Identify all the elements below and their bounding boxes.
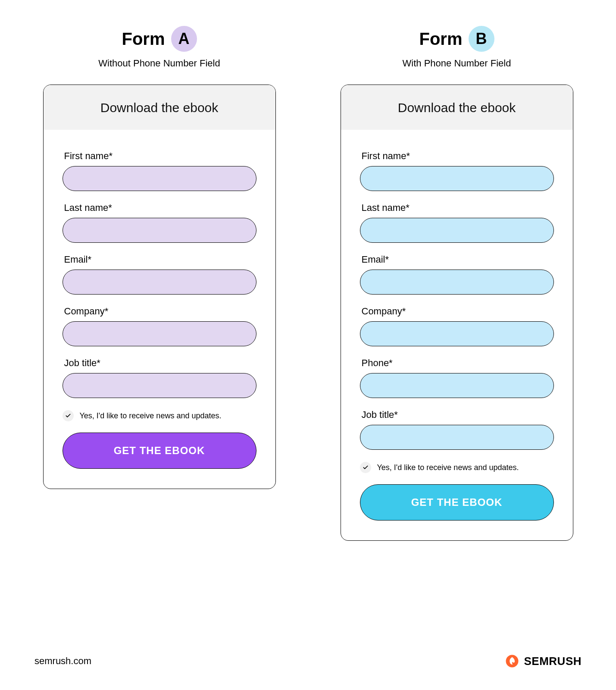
consent-text: Yes, I'd like to receive news and update… xyxy=(377,463,519,472)
last-name-input[interactable] xyxy=(63,218,256,243)
form-b-label-prefix: Form xyxy=(419,29,463,49)
form-a-title: Form A xyxy=(122,26,197,52)
get-ebook-button[interactable]: GET THE EBOOK xyxy=(63,433,256,469)
first-name-label: First name* xyxy=(63,151,256,162)
job-title-label: Job title* xyxy=(360,409,554,420)
form-a-subtitle: Without Phone Number Field xyxy=(98,58,220,69)
form-b-badge: B xyxy=(469,26,494,52)
consent-checkbox[interactable] xyxy=(63,410,74,421)
form-b-field-first-name: First name* xyxy=(360,151,554,191)
email-label: Email* xyxy=(63,254,256,265)
get-ebook-button[interactable]: GET THE EBOOK xyxy=(360,484,554,521)
form-a-consent-row: Yes, I'd like to receive news and update… xyxy=(63,410,256,421)
form-b-field-last-name: Last name* xyxy=(360,202,554,243)
form-b-field-job-title: Job title* xyxy=(360,409,554,450)
form-a-header-text: Download the ebook xyxy=(100,100,219,115)
form-a-card: Download the ebook First name* Last name… xyxy=(43,85,276,489)
footer-url: semrush.com xyxy=(34,656,91,667)
brand-name: SEMRUSH xyxy=(524,655,582,668)
check-icon xyxy=(65,413,71,419)
form-b-header-text: Download the ebook xyxy=(398,100,516,115)
first-name-input[interactable] xyxy=(360,166,554,191)
job-title-input[interactable] xyxy=(63,373,256,398)
form-a-label-prefix: Form xyxy=(122,29,165,49)
last-name-input[interactable] xyxy=(360,218,554,243)
form-b-card-header: Download the ebook xyxy=(341,85,573,130)
form-b-column: Form B With Phone Number Field Download … xyxy=(341,26,573,541)
company-label: Company* xyxy=(63,306,256,317)
form-b-field-company: Company* xyxy=(360,306,554,346)
phone-input[interactable] xyxy=(360,373,554,398)
semrush-flame-icon xyxy=(505,654,519,668)
email-input[interactable] xyxy=(360,270,554,295)
form-b-card: Download the ebook First name* Last name… xyxy=(341,85,573,541)
form-a-field-first-name: First name* xyxy=(63,151,256,191)
company-label: Company* xyxy=(360,306,554,317)
email-label: Email* xyxy=(360,254,554,265)
form-a-column: Form A Without Phone Number Field Downlo… xyxy=(43,26,276,541)
form-b-subtitle: With Phone Number Field xyxy=(403,58,511,69)
form-b-field-email: Email* xyxy=(360,254,554,295)
brand-logo: SEMRUSH xyxy=(505,654,582,668)
first-name-label: First name* xyxy=(360,151,554,162)
form-a-badge: A xyxy=(171,26,197,52)
form-b-field-phone: Phone* xyxy=(360,358,554,398)
form-b-consent-row: Yes, I'd like to receive news and update… xyxy=(360,462,554,473)
form-a-field-last-name: Last name* xyxy=(63,202,256,243)
form-a-card-header: Download the ebook xyxy=(44,85,275,130)
check-icon xyxy=(363,464,369,470)
last-name-label: Last name* xyxy=(360,202,554,213)
consent-text: Yes, I'd like to receive news and update… xyxy=(80,411,222,420)
form-b-title: Form B xyxy=(419,26,494,52)
job-title-label: Job title* xyxy=(63,358,256,369)
form-b-card-body: First name* Last name* Email* Company* P… xyxy=(341,130,573,540)
email-input[interactable] xyxy=(63,270,256,295)
job-title-input[interactable] xyxy=(360,425,554,450)
consent-checkbox[interactable] xyxy=(360,462,371,473)
form-a-field-company: Company* xyxy=(63,306,256,346)
phone-label: Phone* xyxy=(360,358,554,369)
first-name-input[interactable] xyxy=(63,166,256,191)
form-a-field-email: Email* xyxy=(63,254,256,295)
form-a-field-job-title: Job title* xyxy=(63,358,256,398)
form-a-card-body: First name* Last name* Email* Company* J… xyxy=(44,130,275,489)
last-name-label: Last name* xyxy=(63,202,256,213)
company-input[interactable] xyxy=(63,321,256,346)
company-input[interactable] xyxy=(360,321,554,346)
footer: semrush.com SEMRUSH xyxy=(34,654,582,668)
